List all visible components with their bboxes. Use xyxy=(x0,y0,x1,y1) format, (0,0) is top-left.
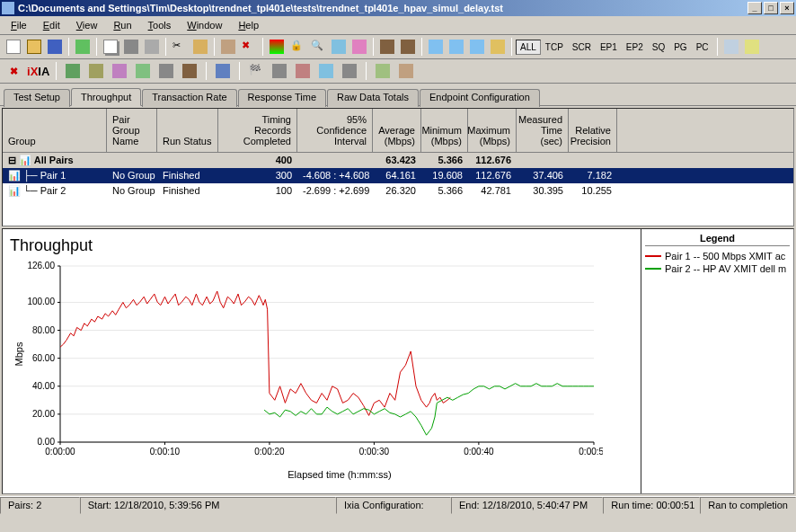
svg-text:20.00: 20.00 xyxy=(32,409,55,419)
menu-view[interactable]: View xyxy=(69,18,105,32)
menu-file[interactable]: File xyxy=(4,18,34,32)
tb2-k-icon[interactable] xyxy=(340,61,359,81)
delete-icon[interactable]: ✖ xyxy=(239,37,259,57)
tb2-flag-icon[interactable]: 🏁 xyxy=(246,61,266,81)
col-header[interactable]: Pair Group Name xyxy=(107,109,157,152)
filter-all[interactable]: ALL xyxy=(516,40,541,55)
open-icon[interactable] xyxy=(24,37,44,57)
cell: 100 xyxy=(218,183,297,199)
col-header[interactable]: Timing Records Completed xyxy=(218,109,297,152)
summary-row[interactable]: ⊟ 📊 All Pairs40063.4235.366112.676 xyxy=(3,153,793,168)
summary-cell: 112.676 xyxy=(468,153,517,168)
cut-icon[interactable]: ✂ xyxy=(170,37,190,57)
table-row[interactable]: 📊 ├─ Pair 1No GroupFinished300-4.608 : +… xyxy=(3,168,793,183)
col-header[interactable]: Average (Mbps) xyxy=(373,109,421,152)
paste-icon[interactable] xyxy=(190,37,210,57)
chart-svg[interactable]: 0.0020.0040.0060.0080.00100.00126.000:00… xyxy=(10,259,603,467)
filter-pc[interactable]: PC xyxy=(692,40,713,55)
cell: 10.255 xyxy=(569,183,617,199)
filter-ep2[interactable]: EP2 xyxy=(622,40,648,55)
tb2-c-icon[interactable] xyxy=(110,61,129,81)
summary-cell: 5.366 xyxy=(421,153,468,168)
filter-tcp[interactable]: TCP xyxy=(541,40,568,55)
results-grid: GroupPair Group NameRun StatusTiming Rec… xyxy=(2,108,794,226)
tab-transaction-rate[interactable]: Transaction Rate xyxy=(142,89,236,107)
magnify-icon[interactable]: 🔍 xyxy=(308,37,328,57)
svg-text:0:00:10: 0:00:10 xyxy=(150,447,181,457)
net3-icon[interactable] xyxy=(467,37,487,57)
cell: -2.699 : +2.699 xyxy=(297,183,373,199)
tool1-icon[interactable] xyxy=(218,37,238,57)
copy-icon[interactable] xyxy=(101,37,120,57)
tb2-m-icon[interactable] xyxy=(396,61,416,81)
tb2-h-icon[interactable] xyxy=(270,61,289,81)
help-toolbar-icon[interactable] xyxy=(742,37,762,57)
menu-window[interactable]: Window xyxy=(180,18,229,32)
print-icon[interactable] xyxy=(121,37,141,57)
filter-ep1[interactable]: EP1 xyxy=(596,40,622,55)
col-header[interactable]: Relative Precision xyxy=(569,109,617,152)
run-icon[interactable] xyxy=(73,37,93,57)
ep1-icon[interactable] xyxy=(377,37,397,57)
cert-icon[interactable] xyxy=(488,37,508,57)
close-button[interactable]: × xyxy=(780,2,794,14)
col-header[interactable]: Run Status xyxy=(157,109,218,152)
menu-tools[interactable]: Tools xyxy=(141,18,179,32)
tab-response-time[interactable]: Response Time xyxy=(238,89,326,107)
minimize-button[interactable]: _ xyxy=(747,2,762,14)
col-header[interactable]: 95% Confidence Interval xyxy=(297,109,373,152)
tb2-l-icon[interactable] xyxy=(373,61,393,81)
table-row[interactable]: 📊 └─ Pair 2No GroupFinished100-2.699 : +… xyxy=(3,183,793,199)
cell: No Group xyxy=(107,168,157,183)
tb2-i-icon[interactable] xyxy=(293,61,313,81)
tab-throughput[interactable]: Throughput xyxy=(71,88,141,106)
net2-icon[interactable] xyxy=(447,37,466,57)
col-header[interactable]: Group xyxy=(3,109,107,152)
col-header[interactable]: Minimum (Mbps) xyxy=(421,109,468,152)
tb2-f-icon[interactable] xyxy=(180,61,199,81)
cell: 37.406 xyxy=(517,168,569,183)
menu-run[interactable]: Run xyxy=(106,18,138,32)
tb2-e-icon[interactable] xyxy=(156,61,176,81)
window-icon[interactable] xyxy=(721,37,741,57)
tb2-j-icon[interactable] xyxy=(316,61,336,81)
config1-icon[interactable] xyxy=(329,37,349,57)
tab-raw-data-totals[interactable]: Raw Data Totals xyxy=(327,89,419,107)
config2-icon[interactable] xyxy=(349,37,369,57)
grid-body: ⊟ 📊 All Pairs40063.4235.366112.676📊 ├─ P… xyxy=(3,153,793,199)
tb2-d-icon[interactable] xyxy=(133,61,153,81)
tb2-a-icon[interactable] xyxy=(63,61,83,81)
col-header[interactable]: Maximum (Mbps) xyxy=(468,109,517,152)
print-preview-icon[interactable] xyxy=(142,37,162,57)
legend-item[interactable]: Pair 2 -- HP AV XMIT dell m xyxy=(645,262,790,275)
menu-edit[interactable]: Edit xyxy=(36,18,67,32)
svg-text:100.00: 100.00 xyxy=(27,297,55,306)
col-header[interactable]: Measured Time (sec) xyxy=(517,109,569,152)
svg-text:40.00: 40.00 xyxy=(32,381,55,391)
net1-icon[interactable] xyxy=(426,37,446,57)
svg-text:60.00: 60.00 xyxy=(32,353,55,363)
cell: 112.676 xyxy=(468,168,517,183)
cell: 26.320 xyxy=(373,183,421,199)
filter-scr[interactable]: SCR xyxy=(568,40,596,55)
svg-text:Mbps: Mbps xyxy=(13,341,24,366)
tb2-g-icon[interactable] xyxy=(213,61,233,81)
tab-test-setup[interactable]: Test Setup xyxy=(4,89,70,107)
summary-cell xyxy=(107,153,157,168)
close-doc-icon[interactable]: ✖ xyxy=(4,61,23,81)
legend-item[interactable]: Pair 1 -- 500 Mbps XMIT ac xyxy=(645,250,790,262)
filter-pg[interactable]: PG xyxy=(669,40,691,55)
new-icon[interactable] xyxy=(4,37,23,57)
tab-endpoint-configuration[interactable]: Endpoint Configuration xyxy=(420,89,540,107)
svg-text:0:00:51: 0:00:51 xyxy=(579,447,603,457)
tb2-b-icon[interactable] xyxy=(86,61,106,81)
chart-xlabel: Elapsed time (h:mm:ss) xyxy=(46,469,633,480)
filter-sq[interactable]: SQ xyxy=(648,40,669,55)
lock-icon[interactable]: 🔒 xyxy=(287,37,307,57)
chart-icon[interactable] xyxy=(267,37,287,57)
menu-help[interactable]: Help xyxy=(231,18,266,32)
ep2-icon[interactable] xyxy=(398,37,418,57)
app-icon xyxy=(2,2,14,14)
maximize-button[interactable]: □ xyxy=(764,2,778,14)
save-icon[interactable] xyxy=(45,37,65,57)
